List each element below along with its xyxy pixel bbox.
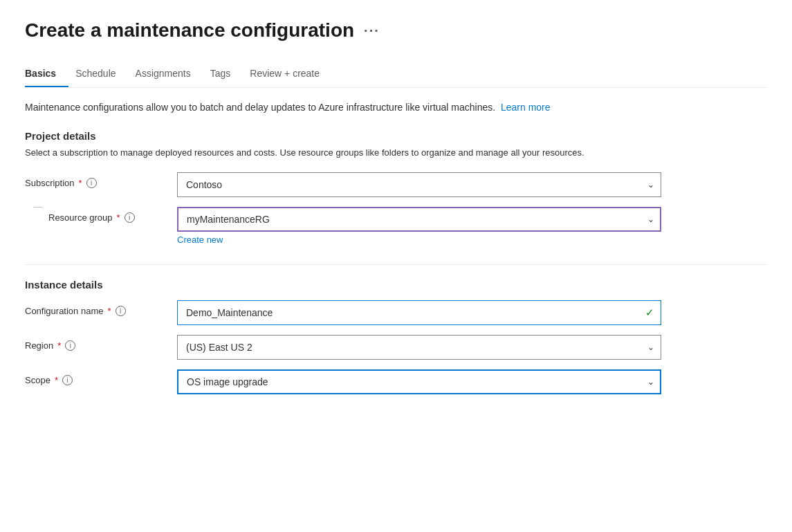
tab-assignments[interactable]: Assignments — [136, 61, 203, 87]
region-dropdown-wrapper: (US) East US 2 ⌄ — [177, 335, 661, 360]
resource-group-dropdown[interactable]: myMaintenanceRG — [177, 207, 661, 232]
project-details-section: Project details Select a subscription to… — [25, 130, 767, 245]
resource-group-dropdown-wrapper: myMaintenanceRG ⌄ — [177, 207, 661, 232]
tab-tags[interactable]: Tags — [210, 61, 243, 87]
instance-details-section: Instance details Configuration name * i … — [25, 279, 767, 394]
more-options-icon[interactable]: ··· — [364, 23, 380, 39]
region-info-icon[interactable]: i — [65, 340, 75, 351]
indent-connector — [25, 214, 44, 220]
region-row: Region * i (US) East US 2 ⌄ — [25, 335, 767, 360]
resource-group-control: myMaintenanceRG ⌄ Create new — [177, 207, 661, 245]
tabs-nav: Basics Schedule Assignments Tags Review … — [25, 61, 767, 88]
config-name-info-icon[interactable]: i — [116, 306, 126, 316]
tab-basics[interactable]: Basics — [25, 61, 68, 87]
subscription-required: * — [79, 178, 82, 188]
subscription-control: Contoso ⌄ — [177, 172, 661, 197]
scope-label: Scope — [25, 375, 50, 385]
subscription-row: Subscription * i Contoso ⌄ — [25, 172, 767, 197]
region-dropdown[interactable]: (US) East US 2 — [177, 335, 661, 360]
project-details-title: Project details — [25, 130, 767, 142]
config-name-row: Configuration name * i ✓ — [25, 300, 767, 325]
config-name-input-wrapper: ✓ — [177, 300, 661, 325]
config-name-check-icon: ✓ — [645, 306, 654, 319]
config-name-required: * — [107, 306, 111, 316]
region-label: Region — [25, 340, 53, 351]
resource-group-info-icon[interactable]: i — [125, 212, 135, 223]
region-control: (US) East US 2 ⌄ — [177, 335, 661, 360]
tab-schedule[interactable]: Schedule — [75, 61, 128, 87]
scope-row: Scope * i OS image upgrade ⌄ — [25, 369, 767, 394]
scope-control: OS image upgrade ⌄ — [177, 369, 661, 394]
tab-review-create[interactable]: Review + create — [250, 61, 332, 87]
scope-required: * — [55, 375, 58, 385]
config-name-control: ✓ — [177, 300, 661, 325]
page-title: Create a maintenance configuration — [25, 19, 354, 42]
subscription-dropdown[interactable]: Contoso — [177, 172, 661, 197]
resource-group-row: Resource group * i myMaintenanceRG ⌄ Cre… — [25, 207, 767, 245]
subscription-info-icon[interactable]: i — [86, 178, 97, 188]
section-divider — [25, 264, 767, 265]
subscription-dropdown-wrapper: Contoso ⌄ — [177, 172, 661, 197]
config-name-input[interactable] — [177, 300, 661, 325]
create-new-link[interactable]: Create new — [177, 235, 223, 245]
scope-dropdown-wrapper: OS image upgrade ⌄ — [177, 369, 661, 394]
instance-details-title: Instance details — [25, 279, 767, 291]
description-text: Maintenance configurations allow you to … — [25, 100, 767, 115]
resource-group-label: Resource group — [48, 212, 113, 223]
scope-dropdown[interactable]: OS image upgrade — [177, 369, 661, 394]
subscription-label: Subscription — [25, 178, 75, 188]
config-name-label: Configuration name — [25, 306, 103, 316]
project-details-desc: Select a subscription to manage deployed… — [25, 146, 767, 160]
region-required: * — [57, 340, 61, 351]
resource-group-required: * — [117, 212, 120, 223]
scope-info-icon[interactable]: i — [62, 375, 73, 385]
learn-more-link[interactable]: Learn more — [501, 102, 551, 113]
